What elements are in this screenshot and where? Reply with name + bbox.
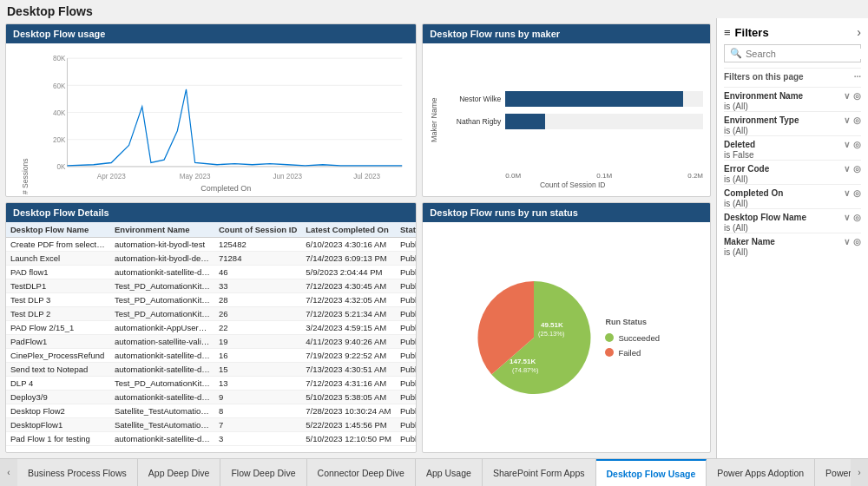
svg-text:(74.87%): (74.87%) bbox=[512, 366, 539, 374]
details-table-card: Desktop Flow Details Desktop Flow Name E… bbox=[5, 202, 417, 453]
filter-item-5: Desktop Flow Name ∨ ◎ is (All) bbox=[724, 208, 861, 233]
tab-sharepoint-form-apps[interactable]: SharePoint Form Apps bbox=[483, 459, 596, 486]
tab-desktop-flow-usage[interactable]: Desktop Flow Usage bbox=[596, 459, 707, 486]
search-box[interactable]: 🔍 bbox=[724, 44, 861, 62]
search-input[interactable] bbox=[746, 49, 865, 59]
usage-chart-svg: 80K 60K 40K 20K 0K bbox=[41, 49, 411, 184]
col-env-name: Environment Name bbox=[110, 222, 214, 238]
usage-chart-card: Desktop Flow usage # Sessions bbox=[5, 23, 417, 197]
svg-text:49.51K: 49.51K bbox=[541, 321, 563, 329]
maker-bar-nathan: Nathan Rigby bbox=[442, 114, 703, 129]
filter-value-4: is (All) bbox=[724, 199, 861, 208]
table-row: CinePlex_ProcessRefundautomationkit-sate… bbox=[6, 349, 416, 363]
filter-value-6: is (All) bbox=[724, 247, 861, 257]
filter-label-text-0: Environment Name bbox=[724, 91, 803, 101]
table-row: Deploy3/9automationkit-satellite-dev95/1… bbox=[6, 391, 416, 404]
filter-item-2: Deleted ∨ ◎ is False bbox=[724, 135, 861, 160]
filter-clear-icon-3[interactable]: ◎ bbox=[853, 164, 861, 174]
filter-clear-icon-2[interactable]: ◎ bbox=[853, 140, 861, 149]
svg-text:40K: 40K bbox=[53, 108, 66, 117]
svg-text:Jul 2023: Jul 2023 bbox=[353, 172, 380, 181]
search-icon: 🔍 bbox=[730, 48, 742, 59]
maker-x-label: Count of Session ID bbox=[442, 181, 703, 189]
svg-text:(25.13%): (25.13%) bbox=[538, 330, 565, 338]
col-flow-name: Desktop Flow Name bbox=[6, 222, 110, 238]
tab-flow-deep-dive[interactable]: Flow Deep Dive bbox=[220, 459, 306, 486]
legend-failed-label: Failed bbox=[618, 348, 641, 358]
filter-item-3: Error Code ∨ ◎ is (All) bbox=[724, 160, 861, 184]
col-session-count: Count of Session ID bbox=[214, 222, 301, 238]
svg-text:147.51K: 147.51K bbox=[510, 358, 536, 365]
filter-clear-icon-5[interactable]: ◎ bbox=[853, 213, 861, 222]
filter-value-5: is (All) bbox=[724, 223, 861, 233]
svg-text:80K: 80K bbox=[53, 54, 66, 62]
tab-power-apps-adoption[interactable]: Power Apps Adoption bbox=[707, 459, 815, 486]
table-row: DLP 4Test_PD_AutomationKit_Satellite137/… bbox=[6, 377, 416, 391]
filter-value-3: is (All) bbox=[724, 174, 861, 184]
filter-expand-icon-5[interactable]: ∨ bbox=[844, 213, 850, 222]
filter-label-text-3: Error Code bbox=[724, 164, 769, 174]
filter-label-text-6: Maker Name bbox=[724, 237, 775, 246]
filter-item-0: Environment Name ∨ ◎ is (All) bbox=[724, 87, 861, 111]
svg-text:May 2023: May 2023 bbox=[180, 172, 211, 181]
table-row: Pad Flow 1 for testingautomationkit-sate… bbox=[6, 432, 416, 446]
run-status-legend-title: Run Status bbox=[605, 318, 660, 326]
tab-connector-deep-dive[interactable]: Connector Deep Dive bbox=[307, 459, 416, 486]
filters-title: Filters bbox=[735, 26, 769, 39]
filters-panel: ≡ Filters › 🔍 Filters on this page ··· E… bbox=[716, 18, 868, 458]
x-axis-label: Completed On bbox=[41, 184, 411, 193]
table-row: Test DLP 2Test_PD_AutomationKit_Satellit… bbox=[6, 307, 416, 321]
svg-text:20K: 20K bbox=[53, 135, 66, 144]
filter-icon: ≡ bbox=[724, 26, 731, 39]
filter-expand-icon-3[interactable]: ∨ bbox=[844, 164, 850, 174]
filter-clear-icon-0[interactable]: ◎ bbox=[853, 91, 861, 101]
tab-app-deep-dive[interactable]: App Deep Dive bbox=[138, 459, 221, 486]
page-title: Desktop Flows bbox=[0, 0, 868, 18]
maker-bar-nestor: Nestor Wilke bbox=[442, 91, 703, 107]
filter-item-4: Completed On ∨ ◎ is (All) bbox=[724, 184, 861, 208]
filter-expand-icon-4[interactable]: ∨ bbox=[844, 188, 850, 198]
filter-clear-icon-1[interactable]: ◎ bbox=[853, 115, 861, 125]
filter-expand-icon-1[interactable]: ∨ bbox=[844, 115, 850, 125]
filter-value-0: is (All) bbox=[724, 102, 861, 111]
pie-chart-svg: 49.51K (25.13%) 147.51K (74.87%) bbox=[473, 277, 595, 398]
tab-business-process-flows[interactable]: Business Process Flows bbox=[17, 459, 138, 486]
table-row: TestDLP1Test_PD_AutomationKit_Satellite3… bbox=[6, 279, 416, 293]
tab-power[interactable]: Power bbox=[815, 459, 851, 486]
svg-text:60K: 60K bbox=[53, 81, 66, 89]
svg-text:Jun 2023: Jun 2023 bbox=[273, 172, 303, 181]
tab-next-btn[interactable]: › bbox=[851, 459, 868, 486]
tab-prev-btn[interactable]: ‹ bbox=[0, 459, 17, 486]
run-status-card: Desktop Flow runs by run status 49.51K (… bbox=[422, 202, 711, 453]
filter-label-text-4: Completed On bbox=[724, 188, 783, 198]
filter-label-text-1: Environment Type bbox=[724, 115, 799, 125]
filter-item-6: Maker Name ∨ ◎ is (All) bbox=[724, 233, 861, 257]
filters-close-icon[interactable]: › bbox=[857, 25, 861, 39]
legend-succeeded: Succeeded bbox=[605, 333, 660, 343]
table-row: PAD Flow 2/15_1automationkit-AppUserCrea… bbox=[6, 321, 416, 335]
filter-label-text-5: Desktop Flow Name bbox=[724, 213, 806, 222]
usage-chart-title: Desktop Flow usage bbox=[6, 24, 416, 43]
svg-text:0K: 0K bbox=[56, 162, 65, 171]
maker-y-axis-label: Maker Name bbox=[430, 50, 438, 189]
y-axis-label: # Sessions bbox=[21, 49, 30, 194]
table-row: PAD flow1automationkit-satellite-dev465/… bbox=[6, 266, 416, 279]
run-status-title: Desktop Flow runs by run status bbox=[423, 203, 710, 222]
filter-clear-icon-4[interactable]: ◎ bbox=[853, 188, 861, 198]
filter-expand-icon-6[interactable]: ∨ bbox=[844, 237, 850, 246]
filter-value-2: is False bbox=[724, 150, 861, 160]
filter-item-1: Environment Type ∨ ◎ is (All) bbox=[724, 111, 861, 135]
table-row: Create PDF from selected PDF page(s) - C… bbox=[6, 238, 416, 252]
table-row: Test DLP 3Test_PD_AutomationKit_Satellit… bbox=[6, 293, 416, 307]
svg-text:Apr 2023: Apr 2023 bbox=[97, 172, 126, 181]
legend-succeeded-label: Succeeded bbox=[618, 333, 660, 343]
maker-x-ticks: 0.0M0.1M0.2M bbox=[442, 170, 703, 180]
filter-expand-icon-2[interactable]: ∨ bbox=[844, 140, 850, 149]
filter-expand-icon-0[interactable]: ∨ bbox=[844, 91, 850, 101]
filter-value-1: is (All) bbox=[724, 126, 861, 135]
tab-app-usage[interactable]: App Usage bbox=[416, 459, 483, 486]
table-body[interactable]: Desktop Flow Name Environment Name Count… bbox=[6, 222, 416, 452]
table-row: DesktopFlow1Satellite_TestAutomationKIT7… bbox=[6, 418, 416, 432]
filter-clear-icon-6[interactable]: ◎ bbox=[853, 237, 861, 246]
details-table: Desktop Flow Name Environment Name Count… bbox=[6, 222, 416, 446]
